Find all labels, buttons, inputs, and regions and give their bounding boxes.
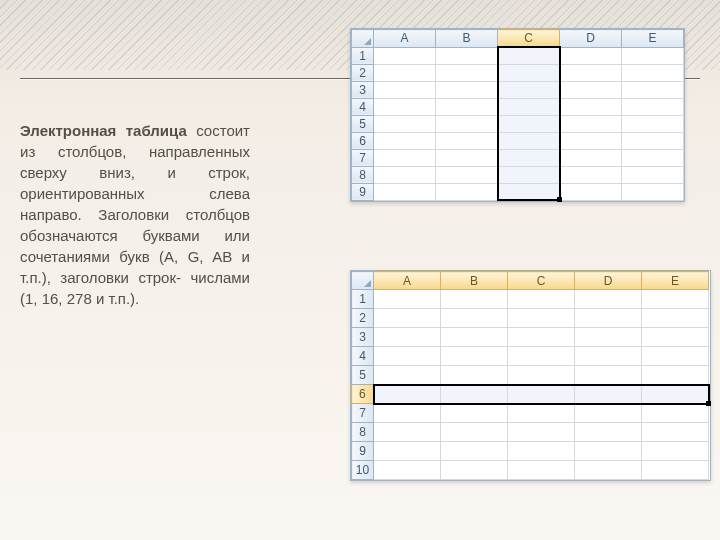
cell[interactable] (374, 64, 436, 81)
cell[interactable] (436, 81, 498, 98)
col-header-C[interactable]: C (508, 272, 575, 290)
cell[interactable] (441, 442, 508, 461)
cell[interactable] (374, 166, 436, 183)
cell[interactable] (642, 442, 709, 461)
cell[interactable] (560, 132, 622, 149)
cell[interactable] (374, 385, 441, 404)
cell[interactable] (374, 98, 436, 115)
cell[interactable] (642, 366, 709, 385)
cell[interactable] (441, 423, 508, 442)
cell[interactable] (560, 166, 622, 183)
cell[interactable] (374, 290, 441, 309)
cell[interactable] (642, 461, 709, 480)
cell[interactable] (560, 115, 622, 132)
select-all-corner[interactable] (352, 272, 374, 290)
cell[interactable] (575, 366, 642, 385)
row-header[interactable]: 10 (352, 461, 374, 480)
row-header[interactable]: 5 (352, 366, 374, 385)
col-header-A[interactable]: A (374, 272, 441, 290)
cell[interactable] (374, 423, 441, 442)
cell[interactable] (436, 166, 498, 183)
cell[interactable] (498, 115, 560, 132)
cell[interactable] (498, 81, 560, 98)
cell[interactable] (622, 149, 684, 166)
cell[interactable] (498, 98, 560, 115)
cell[interactable] (622, 166, 684, 183)
row-header[interactable]: 6 (352, 385, 374, 404)
cell[interactable] (498, 47, 560, 64)
cell[interactable] (436, 115, 498, 132)
cell[interactable] (508, 404, 575, 423)
cell[interactable] (622, 98, 684, 115)
row-header[interactable]: 4 (352, 347, 374, 366)
cell[interactable] (508, 290, 575, 309)
col-header-D[interactable]: D (560, 30, 622, 48)
cell[interactable] (642, 423, 709, 442)
cell[interactable] (642, 290, 709, 309)
cell[interactable] (642, 385, 709, 404)
row-header[interactable]: 8 (352, 423, 374, 442)
cell[interactable] (441, 366, 508, 385)
col-header-B[interactable]: B (441, 272, 508, 290)
cell[interactable] (436, 183, 498, 200)
row-header[interactable]: 9 (352, 442, 374, 461)
cell[interactable] (642, 309, 709, 328)
cell[interactable] (642, 347, 709, 366)
cell[interactable] (374, 47, 436, 64)
row-header[interactable]: 6 (352, 132, 374, 149)
cell[interactable] (575, 347, 642, 366)
cell[interactable] (508, 423, 575, 442)
cell[interactable] (642, 328, 709, 347)
cell[interactable] (441, 461, 508, 480)
cell[interactable] (622, 81, 684, 98)
col-header-A[interactable]: A (374, 30, 436, 48)
cell[interactable] (575, 461, 642, 480)
cell[interactable] (575, 290, 642, 309)
cell[interactable] (498, 149, 560, 166)
cell[interactable] (374, 328, 441, 347)
cell[interactable] (436, 64, 498, 81)
cell[interactable] (441, 347, 508, 366)
row-header[interactable]: 1 (352, 290, 374, 309)
cell[interactable] (560, 183, 622, 200)
col-header-E[interactable]: E (622, 30, 684, 48)
row-header[interactable]: 3 (352, 81, 374, 98)
row-header[interactable]: 2 (352, 309, 374, 328)
cell[interactable] (575, 423, 642, 442)
cell[interactable] (575, 442, 642, 461)
cell[interactable] (374, 149, 436, 166)
cell[interactable] (374, 309, 441, 328)
cell[interactable] (560, 47, 622, 64)
cell[interactable] (560, 149, 622, 166)
cell[interactable] (374, 366, 441, 385)
cell[interactable] (508, 366, 575, 385)
cell[interactable] (374, 115, 436, 132)
cell[interactable] (508, 347, 575, 366)
row-header[interactable]: 5 (352, 115, 374, 132)
cell[interactable] (441, 290, 508, 309)
cell[interactable] (508, 442, 575, 461)
cell[interactable] (560, 64, 622, 81)
cell[interactable] (441, 328, 508, 347)
row-header[interactable]: 8 (352, 166, 374, 183)
cell[interactable] (560, 81, 622, 98)
row-header[interactable]: 4 (352, 98, 374, 115)
col-header-D[interactable]: D (575, 272, 642, 290)
cell[interactable] (508, 385, 575, 404)
cell[interactable] (374, 461, 441, 480)
cell[interactable] (374, 132, 436, 149)
cell[interactable] (441, 385, 508, 404)
cell[interactable] (508, 328, 575, 347)
row-header[interactable]: 1 (352, 47, 374, 64)
cell[interactable] (441, 404, 508, 423)
cell[interactable] (622, 115, 684, 132)
cell[interactable] (498, 64, 560, 81)
cell[interactable] (622, 132, 684, 149)
cell[interactable] (436, 47, 498, 64)
cell[interactable] (575, 404, 642, 423)
row-header[interactable]: 2 (352, 64, 374, 81)
cell[interactable] (498, 166, 560, 183)
cell[interactable] (436, 149, 498, 166)
cell[interactable] (374, 404, 441, 423)
cell[interactable] (575, 328, 642, 347)
